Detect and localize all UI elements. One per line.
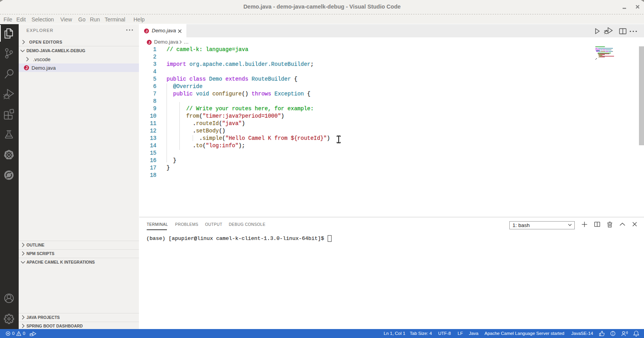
- svg-text:J: J: [148, 40, 150, 44]
- svg-text:J: J: [25, 66, 28, 70]
- svg-text:J: J: [146, 29, 147, 33]
